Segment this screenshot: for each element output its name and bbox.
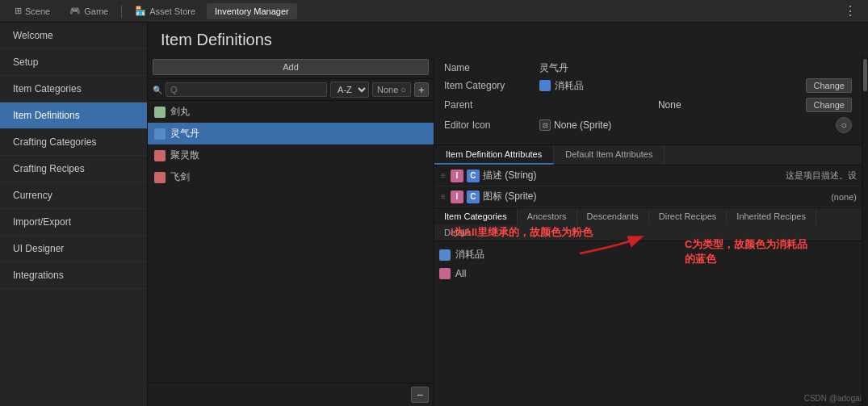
sidebar-item-setup[interactable]: Setup — [0, 49, 147, 76]
sidebar-item-import-export[interactable]: Import/Export — [0, 209, 147, 236]
sprite-badge: ⊡ None (Sprite) — [539, 119, 829, 131]
drag-handle-icon[interactable]: ≡ — [439, 171, 447, 180]
sidebar-item-integrations[interactable]: Integrations — [0, 262, 147, 289]
item-category-row: Item Category 消耗品 Change — [444, 78, 852, 93]
name-field-row: Name — [444, 62, 852, 73]
tab-item-categories[interactable]: Item Categories — [434, 208, 518, 224]
drag-handle-icon[interactable]: ≡ — [439, 192, 447, 201]
category-all-item: All — [439, 266, 857, 281]
content-area: Item Definitions Add 🔍 A-Z Z-A None ○ — [148, 23, 868, 406]
game-icon: 🎮 — [69, 6, 81, 16]
sprite-icon: ⊡ — [539, 119, 551, 131]
parent-change-button[interactable]: Change — [806, 98, 852, 112]
sidebar-item-crafting-recipes[interactable]: Crafting Recipes — [0, 156, 147, 182]
tab-ancestors[interactable]: Ancestors — [518, 208, 577, 224]
tab-details[interactable]: Details — [434, 224, 482, 241]
tab-inherited-recipes[interactable]: Inherited Recipes — [727, 208, 816, 224]
editor-icon-circle-button[interactable]: ○ — [836, 117, 852, 133]
tab-default-item-attributes[interactable]: Default Item Attributes — [554, 145, 665, 165]
attr-badge-c2: C — [467, 190, 480, 203]
bottom-content: 消耗品 All — [434, 241, 862, 406]
item-color-indicator — [154, 172, 166, 183]
right-scrollbar[interactable] — [862, 56, 868, 406]
item-list-bottom: − — [148, 383, 434, 406]
list-item[interactable]: 聚灵散 — [148, 144, 434, 166]
none-badge: None ○ — [372, 82, 411, 97]
item-color-indicator — [154, 150, 166, 161]
scene-icon: ⊞ — [15, 6, 22, 16]
page-title: Item Definitions — [148, 23, 868, 56]
tab-descendants[interactable]: Descendants — [577, 208, 649, 224]
bottom-tabs: Item Categories Ancestors Descendants Di… — [434, 208, 862, 241]
none-circle-icon: ○ — [400, 85, 406, 94]
editor-icon-label: Editor Icon — [444, 119, 533, 131]
item-list-panel: Add 🔍 A-Z Z-A None ○ + — [148, 56, 434, 406]
sidebar-item-ui-designer[interactable]: UI Designer — [0, 236, 147, 262]
item-list-toolbar: Add — [148, 56, 434, 79]
item-category-label: Item Category — [444, 80, 533, 91]
scrollbar-thumb — [863, 59, 867, 91]
attribute-row: ≡ I C 描述 (String) 这是项目描述。设 — [434, 165, 862, 186]
attribute-list: ≡ I C 描述 (String) 这是项目描述。设 ≡ I C 图标 (Spr… — [434, 165, 862, 208]
tab-item-definition-attributes[interactable]: Item Definition Attributes — [434, 145, 554, 165]
item-detail-panel: Name Item Category 消耗品 Change Parent Non — [434, 56, 862, 406]
search-icon: 🔍 — [153, 86, 162, 94]
add-button[interactable]: Add — [153, 59, 429, 75]
main-layout: Welcome Setup Item Categories Item Defin… — [0, 23, 868, 406]
category-section-header: 消耗品 — [439, 246, 857, 263]
name-input[interactable] — [539, 62, 852, 73]
watermark: CSDN @adogai — [804, 394, 862, 403]
parent-value: None — [539, 99, 799, 111]
item-list: 剑丸 灵气丹 聚灵散 飞剑 — [148, 101, 434, 383]
tab-inventory-manager[interactable]: Inventory Manager — [207, 3, 297, 19]
item-color-indicator — [154, 107, 166, 118]
list-item[interactable]: 剑丸 — [148, 101, 434, 123]
tab-asset-store[interactable]: 🏪 Asset Store — [127, 2, 203, 19]
category-color-box — [539, 80, 551, 91]
list-item[interactable]: 飞剑 — [148, 166, 434, 188]
all-color-box — [439, 268, 451, 279]
search-input[interactable] — [166, 82, 327, 97]
sidebar-item-item-categories[interactable]: Item Categories — [0, 76, 147, 103]
content-body: Add 🔍 A-Z Z-A None ○ + — [148, 56, 868, 406]
detail-fields: Name Item Category 消耗品 Change Parent Non — [434, 56, 862, 145]
sidebar-item-welcome[interactable]: Welcome — [0, 23, 147, 49]
sidebar-item-crafting-categories[interactable]: Crafting Categories — [0, 129, 147, 156]
item-category-badge: 消耗品 — [539, 79, 799, 93]
tab-scene[interactable]: ⊞ Scene — [6, 2, 58, 19]
parent-label: Parent — [444, 99, 533, 111]
remove-item-button[interactable]: − — [411, 387, 429, 403]
bottom-tabs-container: Item Categories Ancestors Descendants Di… — [434, 208, 862, 406]
asset-store-icon: 🏪 — [135, 6, 146, 16]
attribute-tabs: Item Definition Attributes Default Item … — [434, 145, 862, 165]
item-color-indicator — [154, 128, 166, 140]
sort-select[interactable]: A-Z Z-A — [330, 82, 369, 98]
attribute-row: ≡ I C 图标 (Sprite) (none) — [434, 186, 862, 207]
list-item[interactable]: 灵气丹 — [148, 123, 434, 144]
editor-icon-row: Editor Icon ⊡ None (Sprite) ○ — [444, 117, 852, 133]
tab-divider — [121, 5, 122, 18]
top-bar: ⊞ Scene 🎮 Game 🏪 Asset Store Inventory M… — [0, 0, 868, 23]
tab-game[interactable]: 🎮 Game — [61, 2, 116, 19]
attr-badge-i: I — [451, 170, 463, 182]
item-category-change-button[interactable]: Change — [806, 78, 852, 93]
search-row: 🔍 A-Z Z-A None ○ + — [148, 79, 434, 101]
sidebar-item-item-definitions[interactable]: Item Definitions — [0, 103, 147, 129]
category-section-color — [439, 249, 451, 261]
attr-badge-c: C — [467, 170, 480, 182]
more-options-button[interactable]: ⋮ — [839, 3, 862, 19]
tab-direct-recipes[interactable]: Direct Recipes — [649, 208, 728, 224]
attr-badge-i2: I — [451, 190, 463, 203]
name-label: Name — [444, 62, 533, 73]
none-add-button[interactable]: + — [414, 82, 429, 97]
sidebar-item-currency[interactable]: Currency — [0, 182, 147, 209]
sidebar: Welcome Setup Item Categories Item Defin… — [0, 23, 148, 406]
parent-row: Parent None Change — [444, 98, 852, 112]
